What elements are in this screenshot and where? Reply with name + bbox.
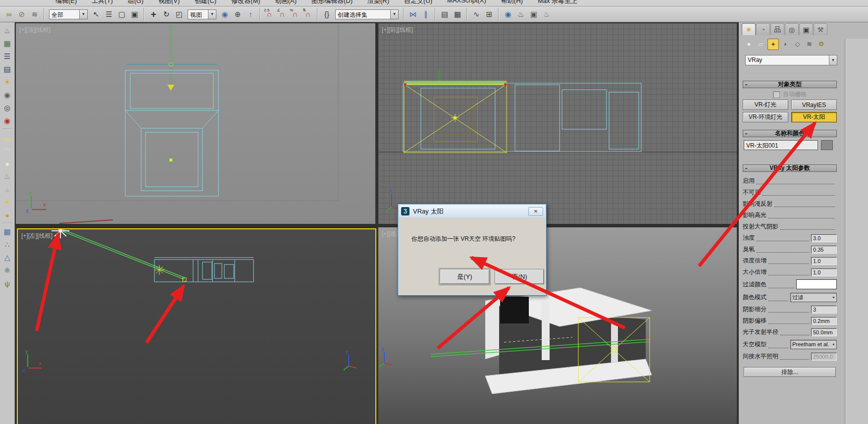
select-and-link-icon[interactable]: ∞ [3, 8, 15, 20]
cone-primitive-icon[interactable]: ▲ [1, 183, 13, 195]
teapot-render-icon[interactable]: ♨ [1, 25, 13, 37]
category-shapes[interactable]: ▱ [756, 39, 766, 49]
select-and-move-icon[interactable]: + [148, 8, 159, 20]
menu-item-12[interactable]: Max 杀毒至上 [538, 0, 577, 5]
manage-layers-icon[interactable]: ▤ [439, 8, 451, 20]
object-color-swatch[interactable] [821, 140, 833, 150]
menu-item-11[interactable]: 帮助(H) [501, 0, 523, 5]
menu-item-0[interactable]: 编辑(E) [55, 0, 77, 5]
connect-spheres-icon[interactable]: ∴ [1, 239, 13, 251]
param-field-6[interactable]: 0.35 [811, 246, 837, 254]
dome-primitive-icon[interactable]: ◠ [1, 145, 13, 157]
collapse-icon[interactable]: - [743, 130, 749, 137]
menu-item-5[interactable]: 修改器(M) [231, 0, 260, 5]
viewport-front-view[interactable]: [+][前][线框] [378, 23, 737, 224]
rollout-sun-params[interactable]: - VRay 太阳参数 [743, 164, 837, 172]
light-plugin-dropdown[interactable]: VRay ▼ [745, 55, 837, 65]
viewport-label-top[interactable]: [+][顶][线框] [19, 26, 51, 34]
menu-item-6[interactable]: 动画(A) [275, 0, 297, 5]
param-dropdown-14[interactable]: Preetham et al.▼ [790, 340, 837, 349]
ellipse-icon[interactable]: ● [1, 209, 13, 221]
param-field-11[interactable]: 3 [811, 306, 837, 314]
close-icon[interactable]: ✕ [528, 207, 543, 216]
camera-sphere-icon[interactable]: ◎ [1, 102, 13, 114]
unlink-selection-icon[interactable]: ⊘ [16, 8, 28, 20]
tab-motion[interactable]: ◎ [785, 23, 799, 35]
grass-icon[interactable]: ψ [1, 277, 13, 289]
dialog-title-bar[interactable]: Ӡ VRay 太阳 ✕ [399, 205, 545, 217]
rollout-object-type[interactable]: - 对象类型 [743, 81, 837, 88]
menu-item-3[interactable]: 视图(V) [158, 0, 180, 5]
menu-item-10[interactable]: MAXScript(X) [447, 0, 486, 5]
snap-toggle-2-5-icon[interactable]: 2.5∩ [263, 8, 275, 20]
light-lister-icon[interactable]: ☀ [1, 76, 13, 88]
viewport-label-left[interactable]: [+][左][线框] [21, 232, 52, 240]
curve-editor-icon[interactable]: ∿ [470, 8, 482, 20]
camera-red-icon[interactable]: ◉ [1, 115, 13, 127]
param-field-5[interactable]: 3.0 [811, 234, 837, 242]
autogrid-checkbox[interactable] [773, 91, 780, 98]
object-type-button-3[interactable]: VR-太阳 [791, 112, 837, 122]
bind-to-space-warp-icon[interactable]: ≋ [29, 8, 41, 20]
param-field-12[interactable]: 0.2mm [811, 317, 837, 325]
chevron-down-icon[interactable]: ▼ [208, 9, 216, 19]
menu-item-4[interactable]: 创建(C) [195, 0, 216, 5]
render-production-icon[interactable]: ♨ [541, 8, 553, 20]
reference-coordinate-system-dropdown[interactable]: 视图▼ [188, 9, 216, 19]
align-icon[interactable]: ∥ [420, 8, 432, 20]
material-slate-icon[interactable]: ▦ [1, 38, 13, 50]
collapse-icon[interactable]: - [743, 165, 749, 172]
no-button[interactable]: 否(N) [495, 269, 544, 284]
edit-named-selection-sets-icon[interactable]: {} [321, 8, 333, 20]
rollout-name-color[interactable]: - 名称和颜色 [743, 130, 837, 137]
exclude-button[interactable]: 排除... [744, 367, 836, 377]
tab-modify[interactable]: ◔ [756, 23, 770, 35]
tab-display[interactable]: ▣ [799, 23, 813, 35]
spinner-snap-toggle-icon[interactable]: ⇅∩ [302, 8, 314, 20]
render-setup-icon[interactable]: ♨ [515, 8, 527, 20]
select-and-manipulate-icon[interactable]: ⊕ [232, 8, 244, 20]
menu-item-1[interactable]: 工具(T) [92, 0, 113, 5]
param-dropdown-10[interactable]: 过滤▼ [790, 293, 837, 302]
graphite-modeling-tools-icon[interactable]: ▦ [452, 8, 463, 20]
tab-create[interactable]: ✳ [742, 23, 756, 35]
chevron-down-icon[interactable]: ▼ [79, 9, 88, 19]
menu-item-8[interactable]: 渲染(R) [367, 0, 389, 5]
angle-snap-toggle-icon[interactable]: ∠∩ [276, 8, 288, 20]
category-cameras[interactable]: ◗ [780, 39, 791, 49]
sun-light-icon[interactable]: ☀ [1, 196, 13, 208]
camera-gray-icon[interactable]: ◉ [1, 89, 13, 101]
param-field-15[interactable]: 25000.0 [811, 353, 837, 361]
material-editor-icon[interactable]: ◉ [502, 8, 514, 20]
space-frame-icon[interactable]: △ [1, 252, 13, 264]
category-helpers[interactable]: ◇ [792, 39, 803, 49]
object-name-field[interactable]: VR-太阳001 [744, 140, 818, 150]
viewport-left-view-active[interactable]: [+][左][线框] [17, 228, 376, 424]
rectangular-selection-region-icon[interactable]: ▢ [116, 8, 128, 20]
sphere-primitive-icon[interactable]: ● [1, 158, 13, 169]
select-by-name-icon[interactable]: ☰ [103, 8, 115, 20]
param-field-13[interactable]: 50.0mm [811, 328, 837, 336]
schematic-view-icon[interactable]: ⊞ [483, 8, 495, 20]
array-boxes-icon[interactable]: ▦ [1, 226, 13, 238]
selection-filter-dropdown[interactable]: 全部▼ [49, 9, 88, 19]
tab-hierarchy[interactable]: 品 [770, 23, 784, 35]
chevron-down-icon[interactable]: ▼ [390, 9, 399, 19]
percent-snap-toggle-icon[interactable]: %∩ [289, 8, 301, 20]
object-type-button-2[interactable]: VR-环境灯光 [743, 112, 788, 122]
window-crossing-toggle-icon[interactable]: ▣ [129, 8, 141, 20]
select-and-rotate-icon[interactable]: ↻ [160, 8, 172, 20]
category-systems[interactable]: ⚙ [816, 39, 826, 49]
viewport-label-front[interactable]: [+][前][线框] [382, 26, 413, 34]
keyboard-shortcut-override-icon[interactable]: ↑ [245, 8, 256, 20]
object-type-button-0[interactable]: VR-灯光 [743, 100, 788, 110]
menu-item-7[interactable]: 图形编辑器(D) [311, 0, 353, 5]
plane-primitive-icon[interactable]: ▬ [1, 132, 13, 144]
rock-icon[interactable]: ❋ [1, 265, 13, 276]
object-list-icon[interactable]: ☰ [1, 51, 13, 62]
rendered-frame-window-icon[interactable]: ▣ [528, 8, 540, 20]
menu-item-2[interactable]: 组(G) [128, 0, 144, 5]
select-and-scale-icon[interactable]: ◰ [173, 8, 185, 20]
collapse-icon[interactable]: - [743, 81, 749, 88]
named-selection-sets-dropdown[interactable]: 创建选择集▼ [335, 9, 399, 19]
